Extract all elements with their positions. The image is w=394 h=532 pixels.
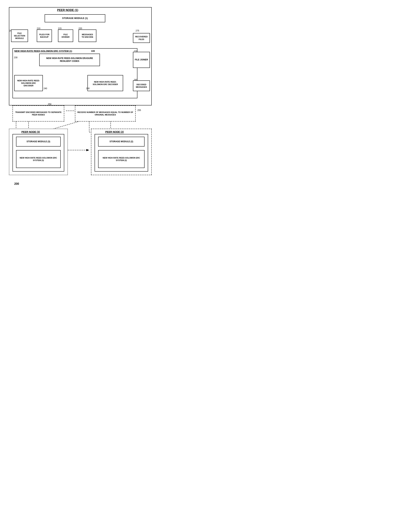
ref-265: 265 <box>134 79 137 81</box>
messages-to-encode-box: MESSAGES TO ENCODE <box>78 29 96 42</box>
receive-box: RECEIVE NUMBER OF MESSAGES EQUAL TO NUMB… <box>75 106 136 122</box>
ref-250: 250 <box>48 103 51 106</box>
diagram-ref-200: 200 <box>14 182 19 186</box>
ref-220: 220 <box>78 27 82 30</box>
decoded-messages-label: DECODED MESSAGES <box>135 83 148 88</box>
peer-node-1-label: PEER NODE (1) <box>57 9 78 12</box>
ref-210: 210 <box>37 27 40 30</box>
ref-270: 270 <box>134 50 137 53</box>
storage-module-2-box: STORAGE MODULE (2) <box>98 137 145 147</box>
peer-node-3-label: PEER NODE (3) <box>21 130 40 133</box>
transmit-box: TRANSMIT ENCODED MESSAGES TO SEPARATE PE… <box>12 106 64 122</box>
transmit-label: TRANSMIT ENCODED MESSAGES TO SEPARATE PE… <box>14 111 62 116</box>
file-joiner-box: FILE JOINER <box>133 52 150 68</box>
decoded-messages-box: DECODED MESSAGES <box>133 80 150 91</box>
erc-system-3-box: NEW HIGH-RATE REED-SOLOMON ERC SYSTEM (3… <box>16 150 61 168</box>
decoder-box: NEW HIGH-RATE REED-SOLOMON ERC DECODER <box>88 75 123 91</box>
ref-260: 260 <box>86 87 90 90</box>
erasure-resilient-codes-box: NEW HIGH-RATE REED-SOLOMON ERASURE RESIL… <box>39 54 100 66</box>
storage-module-1-box: STORAGE MODULE (1) <box>45 14 105 22</box>
erc-system-2-box: NEW HIGH-RATE REED-SOLOMON ERC SYSTEM (2… <box>98 150 145 168</box>
file-divider-box: FILE DIVIDER <box>58 29 73 42</box>
messages-to-encode-label: MESSAGES TO ENCODE <box>80 33 95 38</box>
peer-node-2-label: PEER NODE (2) <box>105 130 124 133</box>
ref-215: 215 <box>58 27 62 30</box>
storage-module-3-label: STORAGE MODULE (3) <box>26 140 50 143</box>
files-for-backup-label: FILES FOR BACKUP <box>39 33 50 38</box>
encoder-box: NEW HIGH-RATE REED-SOLOMON ERC ENCODER <box>14 75 43 91</box>
file-selection-box: FILE SELECTION MODULE <box>11 29 28 42</box>
storage-module-1-label: STORAGE MODULE (1) <box>62 17 88 20</box>
receive-label: RECEIVE NUMBER OF MESSAGES EQUAL TO NUMB… <box>77 111 134 116</box>
storage-module-2-label: STORAGE MODULE (2) <box>109 140 133 143</box>
ref-240: 240 <box>44 87 47 90</box>
recovered-files-label: RECOVERED FILES <box>135 35 148 41</box>
erc-system-1-label: NEW HIGH-RATE REED-SOLOMON ERC SYSTEM (1… <box>14 50 72 52</box>
encoder-label: NEW HIGH-RATE REED-SOLOMON ERC ENCODER <box>16 79 41 87</box>
erc-system-1-number: 100 <box>91 50 95 52</box>
ref-275: 275 <box>136 29 139 32</box>
diagram-container: PEER NODE (1) STORAGE MODULE (1) 205 FIL… <box>4 4 157 211</box>
storage-module-3-box: STORAGE MODULE (3) <box>16 137 61 147</box>
erc-system-2-label: NEW HIGH-RATE REED-SOLOMON ERC SYSTEM (2… <box>100 157 143 162</box>
files-for-backup-box: FILES FOR BACKUP <box>37 29 52 42</box>
file-joiner-label: FILE JOINER <box>135 59 148 61</box>
ref-255: 255 <box>137 109 141 112</box>
erasure-resilient-codes-label: NEW HIGH-RATE REED-SOLOMON ERASURE RESIL… <box>41 57 98 63</box>
ref-230: 230 <box>14 56 17 59</box>
file-selection-label: FILE SELECTION MODULE <box>13 32 26 40</box>
erc-system-3-label: NEW HIGH-RATE REED-SOLOMON ERC SYSTEM (3… <box>18 157 59 162</box>
file-divider-label: FILE DIVIDER <box>60 33 71 38</box>
decoder-label: NEW HIGH-RATE REED-SOLOMON ERC DECODER <box>89 81 121 86</box>
recovered-files-box: RECOVERED FILES <box>133 33 150 43</box>
